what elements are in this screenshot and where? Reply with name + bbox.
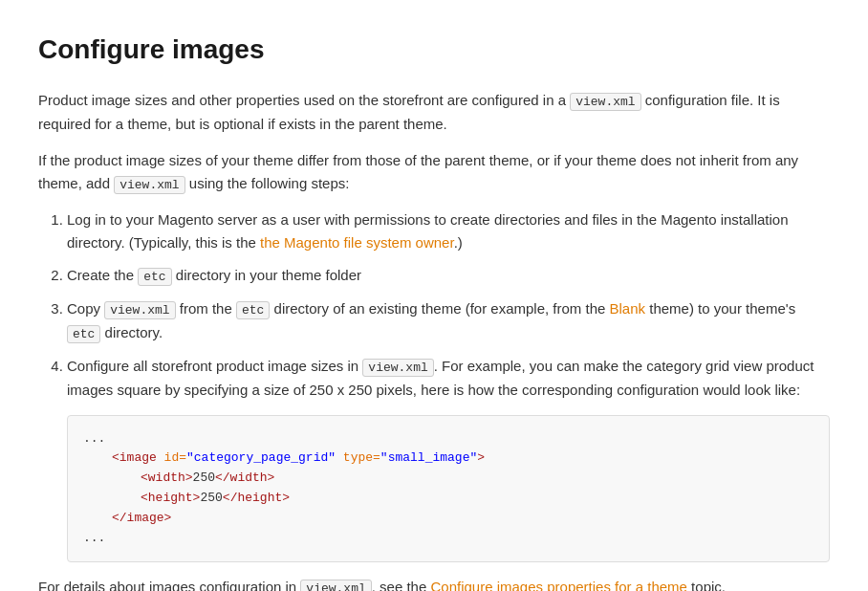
code-dots-1: ...	[83, 429, 814, 449]
step-1-text-after: .)	[454, 234, 463, 251]
step-4-before: Configure all storefront product image s…	[67, 358, 362, 374]
footer-paragraph: For details about images configuration i…	[38, 576, 830, 591]
step-3: Copy view.xml from the etc directory of …	[67, 297, 830, 345]
view-xml-code-1: view.xml	[570, 93, 640, 111]
step-2: Create the etc directory in your theme f…	[67, 264, 830, 288]
footer-text-after: topic.	[687, 579, 726, 591]
intro-paragraph-2: If the product image sizes of your theme…	[38, 149, 830, 196]
etc-code-3: etc	[67, 325, 100, 343]
step-2-before: Create the	[67, 267, 138, 283]
step-2-after: directory in your theme folder	[172, 267, 361, 283]
view-xml-code-3: view.xml	[104, 301, 175, 319]
code-image-open: <image id="category_page_grid" type="sma…	[83, 449, 814, 469]
page-title: Configure images	[38, 29, 830, 72]
blank-theme-link[interactable]: Blank	[610, 300, 646, 317]
code-dots-2: ...	[83, 529, 814, 549]
intro-text-2b: using the following steps:	[185, 175, 350, 191]
step-3-after1: directory of an existing theme (for exam…	[270, 300, 609, 317]
magento-file-system-owner-link[interactable]: the Magento file system owner	[260, 234, 454, 251]
code-image-close: </image>	[83, 509, 814, 529]
etc-code-2: etc	[236, 301, 270, 319]
step-4: Configure all storefront product image s…	[67, 355, 830, 563]
etc-code-1: etc	[138, 268, 171, 286]
code-width: <width>250</width>	[83, 469, 814, 489]
step-3-after3: directory.	[100, 324, 163, 340]
configure-images-properties-link[interactable]: Configure images properties for a theme	[430, 579, 686, 591]
view-xml-code-4: view.xml	[362, 359, 433, 377]
footer-text-before: For details about images configuration i…	[38, 579, 300, 591]
step-1: Log in to your Magento server as a user …	[67, 208, 830, 254]
step-3-middle: from the	[176, 300, 236, 317]
view-xml-code-2: view.xml	[114, 176, 184, 194]
code-height: <height>250</height>	[83, 489, 814, 509]
view-xml-code-footer: view.xml	[300, 580, 371, 591]
code-block: ... <image id="category_page_grid" type=…	[67, 415, 830, 563]
intro-paragraph-1: Product image sizes and other properties…	[38, 89, 830, 136]
step-3-before: Copy	[67, 300, 104, 317]
footer-text-middle: , see the	[372, 579, 431, 591]
intro-text-1: Product image sizes and other properties…	[38, 92, 570, 108]
steps-list: Log in to your Magento server as a user …	[38, 208, 830, 562]
step-3-after2: theme) to your theme's	[645, 300, 795, 317]
